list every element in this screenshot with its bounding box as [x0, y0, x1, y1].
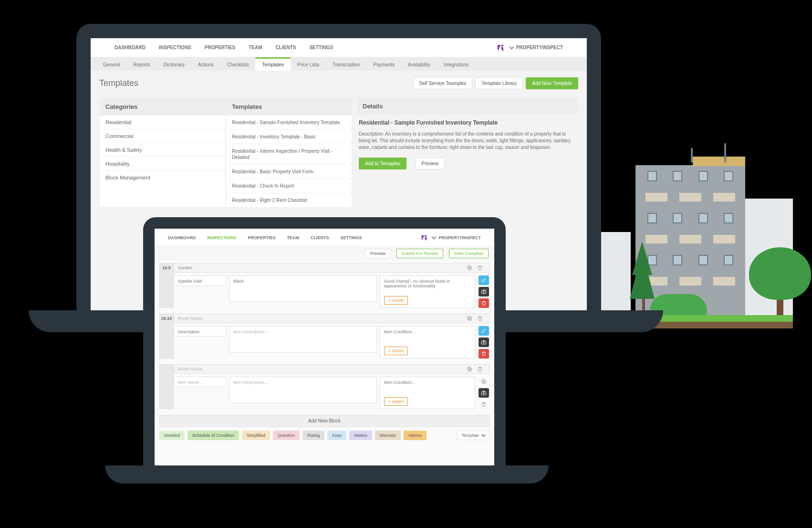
- nav-team[interactable]: TEAM: [287, 235, 300, 240]
- user-menu[interactable]: PROPERTYINSPECT: [510, 45, 563, 50]
- category-item[interactable]: Residential: [100, 115, 225, 129]
- item-condition-input[interactable]: Item Condition... + Action: [380, 377, 475, 409]
- chip-meters[interactable]: Meters: [349, 431, 372, 440]
- delete-icon[interactable]: [479, 298, 489, 308]
- chip-detailed[interactable]: Detailed: [159, 431, 185, 440]
- tab-checklists[interactable]: Checklists: [220, 59, 256, 71]
- preview-button[interactable]: Preview: [415, 158, 445, 169]
- copy-icon[interactable]: [479, 377, 489, 386]
- templates-header: Templates: [226, 98, 352, 115]
- room-name[interactable]: Garden: [178, 265, 192, 270]
- tab-templates[interactable]: Templates: [255, 57, 291, 71]
- trash-icon[interactable]: [475, 263, 485, 273]
- camera-icon[interactable]: [479, 388, 489, 398]
- add-to-templates-button[interactable]: Add to Temaples: [359, 158, 406, 169]
- tab-actions[interactable]: Actions: [191, 59, 220, 71]
- tab-reports[interactable]: Reports: [127, 59, 157, 71]
- chip-question[interactable]: Question: [273, 431, 300, 440]
- svg-rect-0: [468, 267, 471, 270]
- nav-settings[interactable]: SETTINGS: [309, 45, 333, 50]
- svg-rect-2: [482, 291, 486, 294]
- item-description-input[interactable]: Item Description...: [229, 377, 377, 403]
- svg-rect-12: [482, 392, 486, 395]
- room-name-input[interactable]: Room Name...: [178, 316, 206, 321]
- copy-icon[interactable]: [464, 314, 475, 323]
- add-action-button[interactable]: + Action: [384, 296, 408, 305]
- nav-settings[interactable]: SETTINGS: [341, 235, 362, 240]
- add-new-block-button[interactable]: Add New Block: [159, 415, 489, 427]
- tab-general[interactable]: General: [96, 59, 127, 71]
- camera-icon[interactable]: ●: [479, 287, 489, 296]
- template-item[interactable]: Residential - Interim Inspection / Prope…: [226, 144, 352, 164]
- room-name-input[interactable]: Room Name...: [178, 367, 206, 371]
- preview-button[interactable]: Preview: [365, 249, 391, 258]
- nav-inspections[interactable]: INSPECTIONS: [159, 45, 191, 50]
- item-description-input[interactable]: Item Description...: [229, 326, 377, 353]
- tab-price-lists[interactable]: Price Lists: [291, 59, 326, 71]
- tab-integrations[interactable]: Integrations: [437, 59, 475, 71]
- nav-team[interactable]: TEAM: [249, 45, 262, 50]
- item-condition-input[interactable]: Item Condition... + Action: [380, 326, 475, 359]
- tab-availability[interactable]: Availability: [401, 59, 437, 71]
- trash-icon[interactable]: [475, 364, 485, 374]
- camera-icon[interactable]: [479, 338, 489, 347]
- page-title: Templates: [99, 78, 138, 88]
- room-editor: 16.9 Garden Satelite Dish Black Good Ove…: [155, 260, 494, 445]
- chip-schedule-of-condition[interactable]: Schedule of Condition: [187, 431, 239, 440]
- copy-icon[interactable]: [464, 263, 475, 273]
- template-item[interactable]: Residential - Check In Report: [226, 179, 352, 193]
- category-item[interactable]: Hospitality: [100, 157, 225, 170]
- item-name-input[interactable]: Satelite Dish: [174, 275, 226, 286]
- chip-keys[interactable]: Keys: [327, 431, 346, 440]
- nav-properties[interactable]: PROPERTIES: [205, 45, 235, 50]
- svg-rect-4: [468, 317, 471, 320]
- edit-icon[interactable]: [479, 326, 489, 336]
- category-item[interactable]: Block Management: [100, 170, 225, 184]
- add-action-button[interactable]: + Action: [384, 397, 408, 406]
- tab-transcription[interactable]: Transcription: [326, 59, 366, 71]
- delete-icon[interactable]: [479, 349, 489, 359]
- tab-payments[interactable]: Payments: [367, 59, 401, 71]
- item-name-input[interactable]: Item Name...: [174, 377, 226, 387]
- copy-icon[interactable]: [464, 364, 475, 374]
- user-menu[interactable]: PROPERTYINSPECT: [432, 235, 481, 240]
- svg-rect-5: [468, 317, 470, 319]
- nav-clients[interactable]: CLIENTS: [311, 235, 329, 240]
- add-action-button[interactable]: + Action: [384, 347, 408, 355]
- svg-point-7: [483, 342, 485, 343]
- item-description-input[interactable]: Black: [229, 275, 377, 302]
- category-item[interactable]: Commercial: [100, 129, 225, 143]
- edit-icon[interactable]: [479, 275, 489, 285]
- svg-rect-10: [483, 380, 486, 383]
- brand-logo-icon: [421, 234, 427, 241]
- category-item[interactable]: Health & Safety: [100, 143, 225, 157]
- chip-rating[interactable]: Rating: [302, 431, 324, 440]
- trash-icon[interactable]: [479, 400, 489, 409]
- item-name-input[interactable]: Description: [174, 326, 226, 337]
- submit-for-review-button[interactable]: Submit For Review: [396, 249, 443, 258]
- template-item[interactable]: Residential - Right 2 Rent Checklist: [226, 193, 352, 207]
- template-item[interactable]: Residential - Basic Property Visit Form: [226, 164, 352, 179]
- trash-icon[interactable]: [475, 314, 485, 323]
- nav-clients[interactable]: CLIENTS: [276, 45, 296, 50]
- template-library-button[interactable]: Template Library: [475, 77, 523, 89]
- svg-rect-6: [482, 341, 486, 345]
- nav-properties[interactable]: PROPERTIES: [248, 235, 276, 240]
- brand-name: PROPERTYINSPECT: [438, 235, 481, 240]
- chip-alarms[interactable]: Alarms: [404, 431, 427, 440]
- self-service-button[interactable]: Self Service Teamples: [413, 77, 473, 89]
- templates-column: Templates Residential - Sample Furnished…: [226, 98, 352, 208]
- nav-dashboard[interactable]: DASHBOARD: [115, 45, 146, 50]
- nav-inspections[interactable]: INSPECTIONS: [208, 235, 237, 240]
- nav-dashboard[interactable]: DASHBOARD: [168, 235, 196, 240]
- mark-complete-button[interactable]: Mark Complete: [449, 249, 489, 258]
- chip-manuals[interactable]: Manuals: [375, 431, 401, 440]
- chip-simplified[interactable]: Simplified: [242, 431, 270, 440]
- categories-header: Categories: [100, 98, 225, 115]
- template-selector[interactable]: Template: [457, 431, 489, 440]
- item-condition-input[interactable]: Good Overall - no obvious faults in appe…: [380, 275, 475, 308]
- template-item[interactable]: Residential - Sample Furnished Inventory…: [226, 115, 352, 129]
- template-item[interactable]: Residential - Inventory Template - Basic: [226, 129, 352, 144]
- tab-dictionary[interactable]: Dictionary: [157, 59, 191, 71]
- add-new-template-button[interactable]: Add New Template: [526, 77, 578, 89]
